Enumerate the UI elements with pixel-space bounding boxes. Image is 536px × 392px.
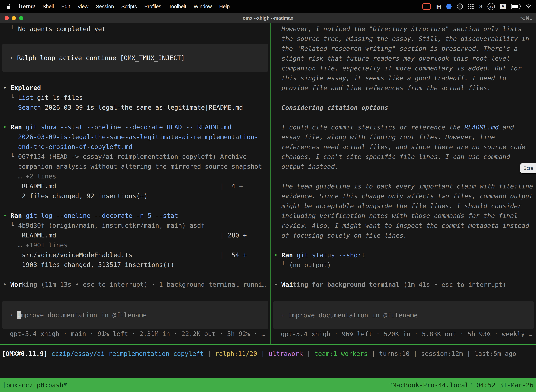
menu-items: iTerm2 Shell Edit View Session Scripts P… — [0, 4, 230, 9]
window-title: omx --xhigh --madmax — [0, 15, 536, 21]
explored-header: • Explored — [0, 83, 270, 93]
screen-sharing-overlay-label: Scre — [523, 166, 533, 171]
menu-profiles[interactable]: Profiles — [144, 4, 161, 9]
working-status-line: • Working (11m 13s • esc to interrupt) ·… — [0, 280, 270, 289]
eight-glyph-icon[interactable]: 8 — [479, 4, 482, 9]
waiting-shimmer-bright: Wai — [281, 281, 293, 288]
menu-scripts[interactable]: Scripts — [121, 4, 137, 9]
text-cursor: I — [17, 311, 21, 319]
prompt-chevron-icon: › — [10, 311, 17, 319]
thinking-line: including verification notes with those … — [271, 211, 536, 221]
separator: | — [204, 350, 215, 357]
screen-sharing-overlay-button[interactable]: Scre — [520, 163, 536, 173]
ran-verb: Ran — [10, 212, 22, 219]
ralph-loop-banner: › Ralph loop active continue [OMX_TMUX_I… — [2, 44, 268, 72]
menubar-status-icons: ▦ 8 .61 A — [422, 3, 536, 10]
diffstat-line: README.md | 4 + — [0, 181, 270, 191]
git-show-stats: README.md | 4 + 2 files changed, 92 inse… — [0, 181, 270, 201]
pane-divider[interactable] — [270, 23, 271, 344]
thinking-heading: Considering citation options — [274, 104, 388, 111]
git-log-more-lines: … +1901 lines — [0, 240, 270, 250]
menu-shell[interactable]: Shell — [43, 4, 54, 9]
git-show-args: 2026-03-09-is-legal-the-same-as-legitima… — [0, 132, 270, 152]
thinking-line: might be acceptable alongside the file l… — [271, 201, 536, 211]
ran-verb: Ran — [281, 252, 293, 259]
tmux-status-bar: [omx-cczip0:bash* "MacBook-Pro-44.local"… — [0, 378, 536, 392]
thinking-line: this single essay, it seems like a good … — [271, 73, 536, 83]
git-show-more-lines: … +2 lines — [0, 171, 270, 181]
git-log-command: git log --oneline --decorate -n 5 --stat — [22, 212, 178, 219]
menu-view[interactable]: View — [77, 4, 88, 9]
blue-app-icon[interactable] — [446, 4, 452, 9]
window-title-bar[interactable]: omx --xhigh --madmax ⌥⌘1 — [0, 13, 536, 23]
command-arg-line: 2026-03-09-is-legal-the-same-as-legitima… — [0, 132, 270, 142]
thinking-line-with-link: I could cite commit statistics or refere… — [271, 122, 536, 132]
battery-percent-icon[interactable]: .61 — [488, 3, 495, 10]
omx-session-status: [OMX#0.11.9] cczip/essay/ai-reimplementa… — [2, 349, 516, 359]
bullet-icon: • — [274, 281, 281, 288]
menu-session[interactable]: Session — [96, 4, 114, 9]
tool-arg: git ls-files — [33, 94, 83, 101]
terminal-area: └ No agents completed yet › Ralph loop a… — [0, 23, 536, 392]
model-status-left: gpt-5.4 xhigh · main · 91% left · 2.31M … — [0, 329, 270, 339]
ran-git-log-line: • Ran git log --oneline --decorate -n 5 … — [0, 211, 270, 221]
prompt-text: Improve documentation in @filename — [288, 312, 418, 319]
working-shimmer-bright: Wor — [10, 281, 22, 288]
thinking-line: The team guideline is to back every impo… — [271, 182, 536, 191]
thinking-paragraph-2: essay file, along with finding root file… — [271, 132, 536, 172]
ran-verb: Ran — [10, 123, 22, 131]
prompt-chevron-icon: › — [281, 312, 288, 319]
prompt-input-right[interactable]: › Improve documentation in @filename — [273, 301, 534, 329]
git-log-stats: src/voice/voiceModeEnabled.ts | 54 + 190… — [0, 250, 270, 270]
thinking-paragraph-1: However, I noticed the "Directory Struct… — [271, 24, 536, 93]
thinking-line: review. Also, I might want to inspect th… — [271, 221, 536, 231]
tree-glyph: └ — [3, 25, 18, 33]
prompt-input-left[interactable]: › Improve documentation in @filename — [2, 301, 268, 329]
iterm-window: omx --xhigh --madmax ⌥⌘1 └ No agents com… — [0, 13, 536, 392]
input-source-icon[interactable]: A — [500, 4, 506, 9]
commit-message-line: └ 067f154 (HEAD -> essay/ai-reimplementa… — [0, 152, 270, 162]
screen-recording-indicator-icon[interactable] — [422, 3, 431, 10]
bullet-icon: • — [3, 281, 10, 288]
tool-verb-search: Search — [18, 104, 41, 111]
ran-git-show-line: • Ran git show --stat --oneline --decora… — [0, 122, 270, 132]
tmux-session-name[interactable]: [omx-cczip0:bash* — [2, 382, 67, 389]
thinking-line: slight risk that future readers may over… — [271, 54, 536, 63]
left-terminal-pane[interactable]: └ No agents completed yet › Ralph loop a… — [0, 23, 270, 344]
menu-toolbelt[interactable]: Toolbelt — [169, 4, 186, 9]
diffstat-line: README.md | 280 + — [0, 230, 270, 240]
session-meta: | turns:10 | session:12m | last:5m ago — [368, 350, 516, 357]
wifi-icon[interactable] — [526, 4, 531, 9]
thinking-line: evidence. Since this change only affects… — [271, 191, 536, 201]
keyboard-icon[interactable]: ▦ — [436, 4, 441, 9]
separator: | — [303, 350, 314, 357]
thinking-line: essay file, along with finding root file… — [271, 132, 536, 142]
diffstat-line: 2 files changed, 92 insertions(+) — [0, 191, 270, 201]
menu-app-name[interactable]: iTerm2 — [19, 4, 35, 9]
git-show-command: git show --stat --oneline --decorate HEA… — [22, 123, 231, 131]
model-status-right: gpt-5.4 xhigh · 96% left · 520K in · 5.8… — [271, 329, 536, 339]
thinking-line: output instead. — [271, 162, 536, 172]
agents-note-text: No agents completed yet — [18, 25, 106, 33]
battery-icon[interactable] — [511, 4, 520, 9]
readme-file-link[interactable]: README.md — [464, 124, 499, 131]
macos-menu-bar: iTerm2 Shell Edit View Session Scripts P… — [0, 0, 536, 13]
grid-menu-icon[interactable] — [468, 4, 474, 9]
menu-help[interactable]: Help — [219, 4, 230, 9]
right-terminal-pane[interactable]: However, I noticed the "Directory Struct… — [271, 23, 536, 344]
prompt-text: mprove documentation in @filename — [21, 311, 147, 319]
thinking-line: the source tree, missing the essay. Stil… — [271, 34, 536, 44]
omx-version: [OMX#0.11.9] — [2, 350, 51, 357]
apple-logo-icon[interactable] — [7, 4, 11, 9]
team-workers-badge: team:1 workers — [314, 350, 368, 357]
dark-app-icon[interactable] — [457, 4, 463, 9]
thinking-line: the "Related research writing" section i… — [271, 44, 536, 54]
pane-bottom-border — [0, 344, 536, 345]
ralph-banner-text: Ralph loop active continue [OMX_TMUX_INJ… — [17, 54, 185, 61]
menu-window[interactable]: Window — [194, 4, 212, 9]
menu-edit[interactable]: Edit — [61, 4, 70, 9]
waiting-shimmer-dim: ting for background terminal — [293, 281, 400, 288]
diffstat-line: 1903 files changed, 513517 insertions(+) — [0, 260, 270, 270]
agents-note-line: └ No agents completed yet — [0, 24, 270, 34]
omx-branch: cczip/essay/ai-reimplementation-copyleft — [51, 350, 204, 357]
